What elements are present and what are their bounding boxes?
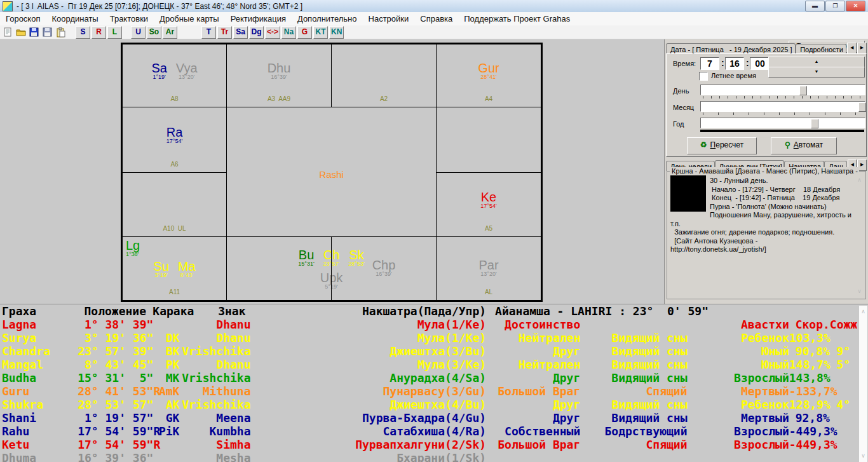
seconds-field[interactable]: 00 [750,57,770,70]
toolbar-letter-button[interactable]: Dg [249,26,264,39]
toolbar-letter-button[interactable]: Na [281,26,296,39]
titthi-caption: Кршна - Амавашйа [Дэвата - Манес (Питрис… [670,167,859,175]
auto-button[interactable]: ⚲Автомат [771,137,837,154]
header-ayanamsha: Айанамша - LAHIRI : 23° 0' 59" [486,304,850,318]
table-scroll-up-icon[interactable]: ∧ [859,307,867,316]
lagna-marker: Lg1°38' [126,239,140,257]
time-down-button[interactable]: ▼ [768,67,865,78]
open-folder-icon[interactable] [15,27,27,38]
planet-dream-state [580,318,687,331]
planet-speed: -449,3% [789,438,830,451]
cell-label: A4 [437,95,541,102]
planet-dignity: Друг [486,344,580,358]
planet-sign: Mesha [179,451,250,462]
planet-row: Rahu 17° 54' 59"R PiK Kumbha Сатабхиша(4… [0,425,850,438]
header-graha: Граха [0,304,78,318]
planet-dignity: Друг [486,398,580,411]
toolbar-letter-button[interactable]: Sa [233,26,248,39]
tab-date[interactable]: Дата - [ Пятница - 19 Декабря 2025 ] [666,43,796,54]
toolbar-letter-button[interactable]: G [297,26,312,39]
menu-item[interactable]: Гороскоп [0,13,46,25]
planet-nakshatra: Бхарани(1/Sk) [251,451,487,462]
planet-dignity: Друг [486,411,580,425]
menu-item[interactable]: Координаты [46,13,104,25]
planet: Sa1°19' [151,62,166,80]
menu-item[interactable]: Дополнительно [292,13,363,25]
planet-sign: Dhanu [179,358,250,371]
time-up-button[interactable]: ▲ [768,57,865,67]
planet-karaka: GK [153,411,179,425]
day-label: День [673,87,689,95]
chart-cell-empty [436,107,541,173]
restore-button[interactable]: ❐ [825,1,845,11]
toolbar-letter-button[interactable]: R [92,26,106,39]
chart-cell-a11: Lg1°38' Su3°19'Ma8°43' A11 [122,236,227,301]
toolbar-letter-button[interactable]: L [107,26,122,39]
toolbar-letter-button[interactable]: <-> [265,26,280,39]
main-area: Sa1°19'Vya13°20' A8 Dhu16°39' A3 AA9 A2 … [0,39,868,304]
year-label: Год [673,120,684,128]
minutes-field[interactable]: 16 [725,57,744,70]
planet-row: Dhuma 16° 39' 36" Mesha Бхарани(1/Sk) [0,451,850,462]
planet-name: Shani [0,411,78,425]
titthi-scroll-up-icon[interactable]: ∧ [855,175,864,185]
day-slider-thumb[interactable] [799,86,807,95]
planet-karaka: BK [153,344,179,358]
toolbar-letter-button[interactable]: Tr [217,26,232,39]
chart-cell-chp: Chp16°39' [331,236,437,301]
menu-item[interactable]: Трактовки [104,13,154,25]
planet-karaka [153,318,179,331]
toolbar-letter-button[interactable]: T [201,26,216,39]
menu-item[interactable]: Поддержать Проект Grahas [458,13,576,25]
toolbar-letter-button[interactable]: KT [313,26,328,39]
toolbar-letter-button[interactable]: KN [329,26,344,39]
menu-item[interactable]: Дробные карты [154,13,225,25]
year-slider[interactable] [700,118,865,128]
year-slider-thumb[interactable] [811,119,818,128]
window-title: - [ 3 l AILAS - Пт 19 Дек 25 [07:16]; ДО… [17,2,302,11]
chart-title: Rashi [227,169,436,180]
planet-row: Lagna 1° 38' 39" Dhanu Мула(1/Ke) Достои… [0,318,850,331]
cell-label: A5 [437,225,541,232]
month-slider[interactable] [700,101,865,112]
toolbar-letter-button[interactable]: S [76,26,90,39]
toolbar-letter-button[interactable]: Ar [163,26,177,39]
close-button[interactable]: ✕ [846,1,865,11]
chart-cell-a4: Gur28°41' A4 [436,44,541,107]
planet-nakshatra: Сатабхиша(4/Ra) [251,425,487,438]
menu-item[interactable]: Настройки [363,13,415,25]
save-as-icon[interactable] [41,27,53,38]
recalc-button[interactable]: ♻Пересчет [687,137,757,154]
menu-item[interactable]: Ректификация [225,13,292,25]
planet-position: 17° 54' 59"R [78,438,153,451]
new-file-icon[interactable] [1,27,13,38]
planet-combustion [830,411,850,425]
paste-icon[interactable] [55,27,67,38]
tab-scroll-right-icon[interactable]: ▶ [857,43,867,54]
toolbar-letter-button[interactable]: U [131,26,146,39]
planet-combustion: Сожж. [830,318,850,331]
menu-item[interactable]: Справка [414,13,458,25]
table-scroll-down-icon[interactable]: ∨ [859,451,867,461]
day-slider[interactable] [700,85,865,95]
planet-speed [789,451,830,462]
planet-combustion: 4° [830,398,850,411]
tab-scroll-left-icon[interactable]: ◀ [847,43,857,54]
titthi-scroll-down-icon[interactable]: ∨ [855,287,864,296]
planet-sign: Kumbha [179,425,250,438]
planet-name: Ketu [0,438,78,451]
planet-nakshatra: Пунарвасу(3/Gu) [251,384,487,398]
planet-nakshatra: Пурвапхалгуни(2/Sk) [251,438,487,451]
tab-details[interactable]: Подробности [796,44,846,54]
save-icon[interactable] [28,27,40,38]
toolbar-letter-button[interactable]: So [147,26,161,39]
ailas-window: { "window": { "title": "- [ 3 l AILAS - … [0,0,868,462]
month-slider-thumb[interactable] [858,102,866,112]
planet: Su3°19' [153,260,168,278]
table-scrollbar[interactable]: ∧ ∨ [859,306,867,462]
month-ticks [703,112,863,115]
minimize-button[interactable]: ▬ [805,1,825,11]
dst-checkbox[interactable] [699,72,708,81]
planet-sign: Meena [179,411,250,425]
hours-field[interactable]: 7 [700,57,719,70]
